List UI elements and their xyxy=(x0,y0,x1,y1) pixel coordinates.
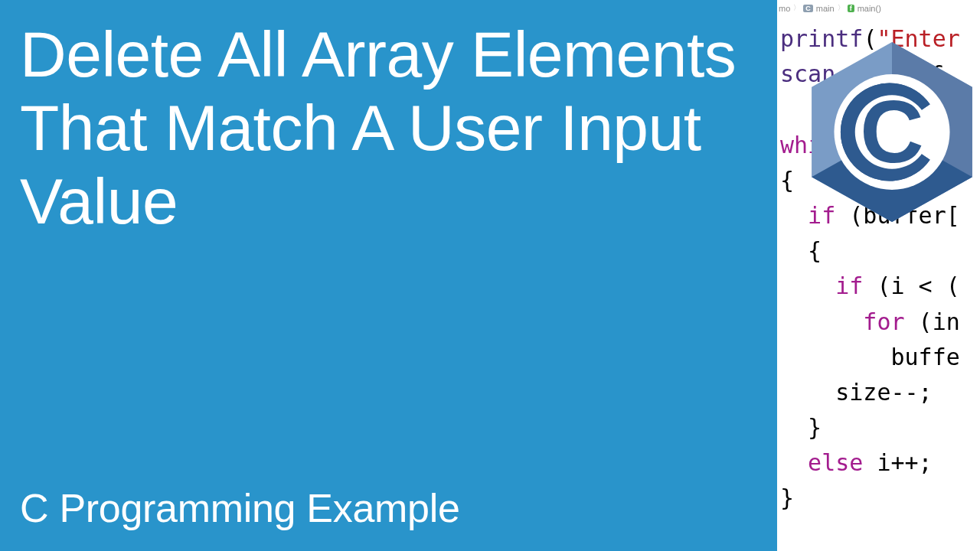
code-token: } xyxy=(780,414,822,441)
code-token: si xyxy=(849,132,974,158)
code-token-keyword: while xyxy=(780,132,849,158)
code-token: { xyxy=(780,237,822,264)
code-token-keyword: else xyxy=(780,449,863,476)
breadcrumbs: mo 〉 C main 〉 f main() xyxy=(777,3,881,13)
code-token-fn: printf xyxy=(780,25,863,52)
code-token-fn: scan xyxy=(780,60,835,87)
code-token: } xyxy=(780,484,794,511)
code-token: i++; xyxy=(863,449,932,476)
code-token: buffe xyxy=(780,344,960,370)
code-token: (buffer[ xyxy=(835,202,960,229)
code-token-keyword: for xyxy=(780,308,905,335)
title-panel: Delete All Array Elements That Match A U… xyxy=(0,0,777,551)
code-token: size--; xyxy=(780,379,933,406)
code-token-keyword: if xyxy=(780,272,863,299)
chevron-right-icon: 〉 xyxy=(838,3,844,13)
c-file-icon: C xyxy=(803,5,813,12)
subtitle: C Programming Example xyxy=(20,485,757,531)
code-token-keyword: if xyxy=(780,202,835,229)
code-token: { xyxy=(780,167,794,194)
code-token: , & xyxy=(905,60,946,87)
main-title: Delete All Array Elements That Match A U… xyxy=(20,18,757,238)
breadcrumb-item: main xyxy=(816,4,835,13)
code-token-string: "Enter xyxy=(877,25,959,52)
breadcrumb-item: mo xyxy=(779,4,790,13)
code-token-string: d" xyxy=(835,60,904,87)
spacer xyxy=(20,238,757,485)
code-token: ( xyxy=(863,25,877,52)
function-icon: f xyxy=(848,5,854,12)
code-token: (i < ( xyxy=(863,272,959,299)
code-token: (in xyxy=(905,308,960,335)
code-panel: mo 〉 C main 〉 f main() printf("Enter sca… xyxy=(777,0,980,551)
chevron-right-icon: 〉 xyxy=(793,3,800,13)
code-editor: printf("Enter scan d", & while si { if (… xyxy=(780,21,980,517)
breadcrumb-item: main() xyxy=(858,4,881,13)
thumbnail-canvas: Delete All Array Elements That Match A U… xyxy=(0,0,980,551)
